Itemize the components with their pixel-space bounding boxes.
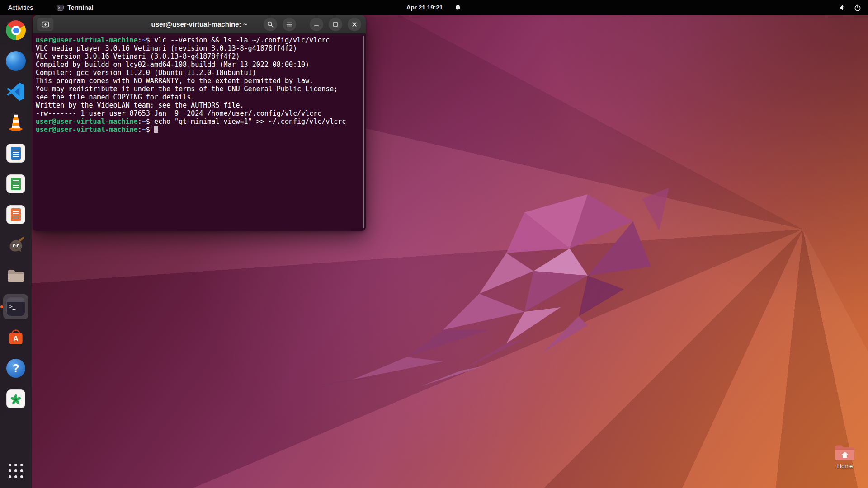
- terminal-content[interactable]: user@user-virtual-machine:~$ vlc --versi…: [33, 34, 366, 231]
- search-icon: [267, 21, 274, 28]
- command-text: echo "qt-minimal-view=1" >> ~/.config/vl…: [154, 117, 346, 126]
- window-title: user@user-virtual-machine: ~: [151, 20, 247, 28]
- dock-item-thunderbird[interactable]: [3, 48, 28, 74]
- clock-label: Apr 21 19:21: [406, 4, 443, 11]
- terminal-output-line: Compiled by buildd on lcy02-amd64-108.bu…: [36, 61, 361, 69]
- activities-label: Activities: [8, 4, 33, 11]
- new-tab-icon: [42, 20, 49, 28]
- svg-text:A: A: [13, 335, 18, 343]
- notification-bell-icon: [454, 4, 462, 11]
- thunderbird-icon: [6, 51, 26, 71]
- terminal-prompt-line: user@user-virtual-machine:~$ echo "qt-mi…: [36, 117, 361, 126]
- files-folder-icon: [6, 266, 26, 286]
- menu-button[interactable]: [283, 18, 296, 31]
- terminal-output-line: VLC media player 3.0.16 Vetinari (revisi…: [36, 44, 361, 52]
- home-folder-icon: [835, 444, 855, 461]
- running-indicator-dot: [0, 305, 3, 308]
- system-status-area[interactable]: [838, 0, 868, 15]
- dock-item-libreoffice-calc[interactable]: [3, 171, 28, 197]
- terminal-output-line: see the file named COPYING for details.: [36, 93, 361, 101]
- focused-app-name: Terminal: [67, 4, 93, 11]
- terminal-output-line: -rw------- 1 user user 87653 Jan 9 2024 …: [36, 109, 361, 117]
- terminal-titlebar[interactable]: user@user-virtual-machine: ~: [33, 15, 366, 34]
- terminal-output-line: You may redistribute it under the terms …: [36, 85, 361, 93]
- dock-item-chrome[interactable]: [3, 18, 28, 43]
- close-icon: [351, 21, 358, 28]
- show-applications-button[interactable]: [3, 458, 28, 483]
- minimize-button[interactable]: [310, 18, 323, 31]
- volume-icon: [838, 4, 846, 12]
- activities-button[interactable]: Activities: [0, 0, 41, 15]
- terminal-icon: >_: [6, 297, 25, 316]
- ubuntu-software-icon: A: [6, 328, 26, 347]
- dock-item-software-store[interactable]: [3, 386, 28, 412]
- close-button[interactable]: [348, 18, 361, 31]
- new-tab-button[interactable]: [37, 18, 53, 31]
- libreoffice-calc-icon: [6, 174, 25, 193]
- hamburger-menu-icon: [286, 21, 293, 28]
- maximize-button[interactable]: [329, 18, 342, 31]
- terminal-cursor: [154, 126, 158, 133]
- terminal-output-line: VLC version 3.0.16 Vetinari (3.0.13-8-g4…: [36, 52, 361, 61]
- dock-item-help[interactable]: ?: [3, 356, 28, 381]
- home-shortcut-label: Home: [837, 463, 853, 469]
- dock: >_ A ?: [0, 15, 32, 488]
- chrome-icon: [6, 20, 26, 40]
- dock-item-libreoffice-impress[interactable]: [3, 202, 28, 227]
- dock-item-vscode[interactable]: [3, 79, 28, 104]
- dock-item-terminal[interactable]: >_: [3, 294, 28, 319]
- home-folder-shortcut[interactable]: Home: [830, 444, 860, 469]
- vscode-icon: [6, 82, 26, 102]
- dock-item-ubuntu-software[interactable]: A: [3, 325, 28, 350]
- dock-item-gimp[interactable]: [3, 233, 28, 258]
- clock-menu-button[interactable]: Apr 21 19:21: [406, 0, 462, 15]
- dock-item-vlc[interactable]: [3, 110, 28, 135]
- dock-item-files[interactable]: [3, 263, 28, 289]
- app-grid-icon: [9, 464, 23, 478]
- libreoffice-writer-icon: [6, 144, 25, 163]
- gimp-icon: [5, 235, 26, 256]
- software-store-flower-icon: [6, 389, 25, 408]
- command-text: vlc --version && ls -la ~/.config/vlc/vl…: [154, 36, 330, 44]
- terminal-output-line: Written by the VideoLAN team; see the AU…: [36, 101, 361, 109]
- terminal-prompt-line: user@user-virtual-machine:~$ vlc --versi…: [36, 36, 361, 44]
- terminal-app-icon: [57, 4, 64, 11]
- top-bar: Activities Terminal Apr 21 19:21: [0, 0, 868, 15]
- help-icon: ?: [6, 359, 25, 378]
- terminal-output-line: Compiler: gcc version 11.2.0 (Ubuntu 11.…: [36, 69, 361, 77]
- power-icon: [854, 4, 862, 12]
- vlc-icon: [6, 113, 26, 132]
- maximize-icon: [332, 21, 339, 28]
- focused-app-indicator[interactable]: Terminal: [53, 0, 97, 15]
- minimize-icon: [313, 21, 320, 28]
- terminal-window: user@user-virtual-machine: ~: [33, 15, 366, 231]
- terminal-output-line: This program comes with NO WARRANTY, to …: [36, 77, 361, 85]
- libreoffice-impress-icon: [6, 205, 25, 224]
- terminal-scrollbar[interactable]: [363, 36, 364, 228]
- search-button[interactable]: [264, 18, 277, 31]
- dock-item-libreoffice-writer[interactable]: [3, 141, 28, 166]
- terminal-prompt-line: user@user-virtual-machine:~$: [36, 126, 361, 134]
